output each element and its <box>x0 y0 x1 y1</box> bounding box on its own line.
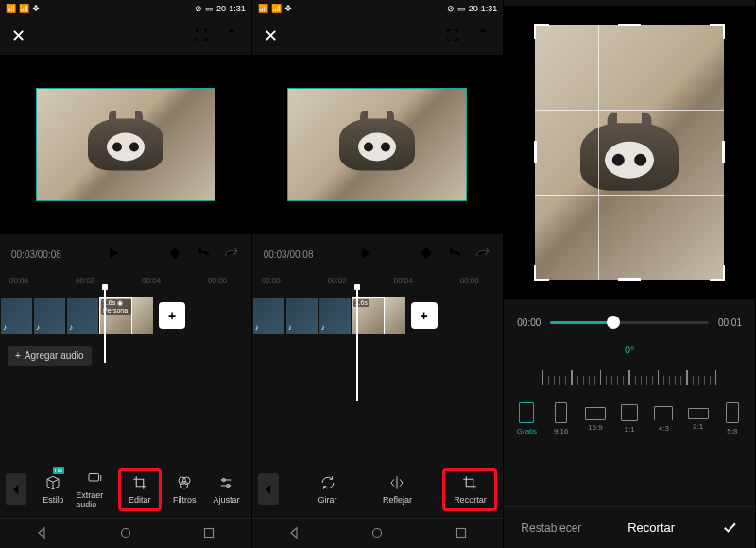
tool-estilo[interactable]: HD Estilo <box>34 471 72 508</box>
nav-recent-icon[interactable] <box>453 524 470 543</box>
slider-knob[interactable] <box>607 316 620 329</box>
undo-icon[interactable] <box>195 245 212 264</box>
ratio-4-3[interactable]: 4:3 <box>650 406 677 433</box>
close-icon[interactable]: ✕ <box>264 26 278 46</box>
nav-home-icon[interactable] <box>117 524 134 543</box>
crop-handle-bl[interactable] <box>534 265 549 281</box>
svg-point-3 <box>180 482 188 489</box>
top-action-bar: ✕ <box>252 17 504 55</box>
clip-thumb <box>318 297 352 334</box>
tool-filtros[interactable]: Filtros <box>165 471 203 508</box>
crop-title: Recortar <box>627 521 675 535</box>
keyframe-icon[interactable] <box>166 245 183 264</box>
aspect-ratio-row: Gratis 9:16 16:9 1:1 4:3 2:1 5:8 <box>504 393 755 445</box>
add-audio-button[interactable]: + Agregar audio <box>8 346 92 366</box>
crop-bottom-bar: Restablecer Recortar <box>504 506 755 548</box>
play-button[interactable] <box>105 245 122 264</box>
tool-editar[interactable]: Editar <box>118 468 162 511</box>
svg-point-1 <box>179 477 186 485</box>
status-bar: 📶📶❖ ⊘▭201:31 <box>252 0 504 17</box>
slider-track[interactable] <box>550 321 709 324</box>
tool-reflejar[interactable]: Reflejar <box>373 471 422 508</box>
fullscreen-icon[interactable] <box>444 26 461 46</box>
status-bar: 📶📶❖ ⊘▭201:31 <box>0 0 251 17</box>
top-action-bar: ✕ <box>0 17 251 55</box>
timeline-ruler: 00:0000:0200:0400:06 <box>0 272 251 287</box>
tool-ajustar[interactable]: Ajustar <box>207 471 245 508</box>
ratio-1-1[interactable]: 1:1 <box>616 404 643 434</box>
svg-rect-7 <box>205 528 214 537</box>
close-icon[interactable]: ✕ <box>11 26 26 46</box>
crop-screen: 00:00 00:01 0° Gratis 9:16 16:9 1:1 4:3 … <box>504 0 756 548</box>
clip-thumb <box>0 297 33 334</box>
back-button[interactable] <box>6 473 26 505</box>
nav-back-icon[interactable] <box>33 524 50 543</box>
tool-girar[interactable]: Girar <box>303 471 352 508</box>
hd-badge: HD <box>53 467 65 474</box>
playhead[interactable] <box>356 287 358 401</box>
crop-handle-left[interactable] <box>534 141 537 163</box>
edit-toolbar: Girar Reflejar Recortar <box>252 461 504 518</box>
video-preview[interactable] <box>0 55 251 234</box>
svg-rect-9 <box>457 528 466 537</box>
time-slider: 00:00 00:01 <box>504 308 755 336</box>
clip-thumb <box>66 297 99 334</box>
nav-recent-icon[interactable] <box>200 524 217 543</box>
ratio-9-16[interactable]: 9:16 <box>548 402 575 436</box>
export-icon[interactable] <box>223 26 240 46</box>
crop-grid[interactable] <box>535 25 724 280</box>
wifi-icon: 📶 <box>6 4 16 13</box>
time-display: 00:03/00:08 <box>11 249 61 260</box>
ratio-16-9[interactable]: 16:9 <box>582 407 609 432</box>
crop-handle-br[interactable] <box>710 265 725 281</box>
svg-rect-0 <box>89 474 99 482</box>
audio-track: + Agregar audio <box>0 342 251 368</box>
playback-controls: 00:03/00:08 <box>252 240 504 268</box>
svg-point-6 <box>121 528 129 537</box>
nav-home-icon[interactable] <box>369 524 386 543</box>
android-nav-bar <box>0 518 251 548</box>
back-button[interactable] <box>258 473 279 505</box>
crop-handle-top[interactable] <box>618 24 641 26</box>
android-nav-bar <box>252 518 504 548</box>
add-clip-button[interactable]: + <box>159 302 185 329</box>
ratio-2-1[interactable]: 2:1 <box>684 408 711 431</box>
clip-thumb <box>385 297 405 334</box>
clip-track[interactable]: 1.6s + <box>252 295 504 336</box>
playhead[interactable] <box>104 287 106 363</box>
crop-handle-bottom[interactable] <box>618 278 641 281</box>
crop-handle-right[interactable] <box>722 141 725 163</box>
export-icon[interactable] <box>474 26 491 46</box>
clip-thumb <box>132 297 153 334</box>
svg-point-2 <box>183 477 191 485</box>
clip-thumb <box>285 297 318 334</box>
time-display: 00:03/00:08 <box>264 249 314 260</box>
clip-track[interactable]: 1.6s ◉ Persona + <box>0 295 251 336</box>
editor-screen-main: 📶📶❖ ⊘▭201:31 ✕ 00:03/00:08 00:0000:0200:… <box>0 0 252 548</box>
tool-recortar[interactable]: Recortar <box>442 468 497 511</box>
clip-thumb <box>33 297 66 334</box>
keyframe-icon[interactable] <box>418 245 435 264</box>
reset-button[interactable]: Restablecer <box>521 522 581 535</box>
crop-handle-tr[interactable] <box>710 24 725 39</box>
crop-preview[interactable] <box>504 6 755 299</box>
editor-screen-edit-tools: 📶📶❖ ⊘▭201:31 ✕ 00:03/00:08 00:0000:0200:… <box>252 0 505 548</box>
clip-thumb <box>252 297 285 334</box>
angle-ruler[interactable] <box>504 359 755 385</box>
video-preview[interactable] <box>252 55 504 234</box>
tool-extraer-audio[interactable]: Extraer audio <box>76 466 113 513</box>
redo-icon <box>223 245 240 264</box>
confirm-button[interactable] <box>721 519 738 538</box>
undo-icon[interactable] <box>446 245 463 264</box>
fullscreen-icon[interactable] <box>193 26 210 46</box>
ratio-gratis[interactable]: Gratis <box>513 402 540 436</box>
main-toolbar: HD Estilo Extraer audio Editar Filtros A… <box>0 461 251 518</box>
nav-back-icon[interactable] <box>285 524 302 543</box>
dnd-icon: ⊘ <box>195 4 202 13</box>
add-clip-button[interactable]: + <box>411 302 438 329</box>
ratio-5-8[interactable]: 5:8 <box>719 402 746 436</box>
crop-handle-tl[interactable] <box>534 24 549 39</box>
angle-value: 0° <box>504 344 755 355</box>
play-button[interactable] <box>357 245 374 264</box>
redo-icon <box>474 245 491 264</box>
